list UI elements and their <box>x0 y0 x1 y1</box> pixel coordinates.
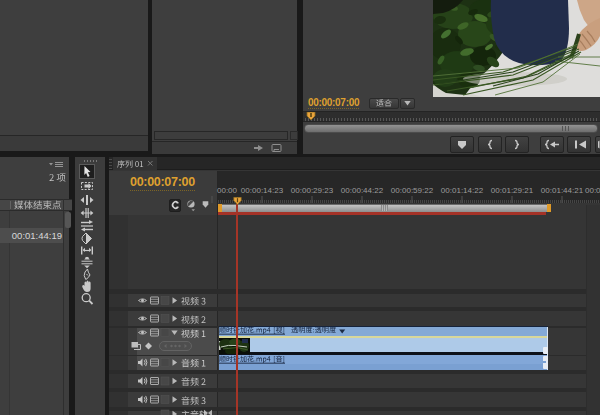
svg-text:00:00:29:23: 00:00:29:23 <box>291 186 334 195</box>
svg-text:00:00:59:22: 00:00:59:22 <box>391 186 434 195</box>
svg-text:00:01:29:21: 00:01:29:21 <box>491 186 534 195</box>
svg-text:00:01:14:22: 00:01:14:22 <box>441 186 484 195</box>
svg-text:00:00:14:23: 00:00:14:23 <box>241 186 284 195</box>
svg-text:00:00: 00:00 <box>217 186 238 195</box>
svg-text:00:01:5: 00:01:5 <box>585 186 600 195</box>
svg-text:00:01:44:21: 00:01:44:21 <box>541 186 584 195</box>
svg-text:00:00:44:22: 00:00:44:22 <box>341 186 384 195</box>
